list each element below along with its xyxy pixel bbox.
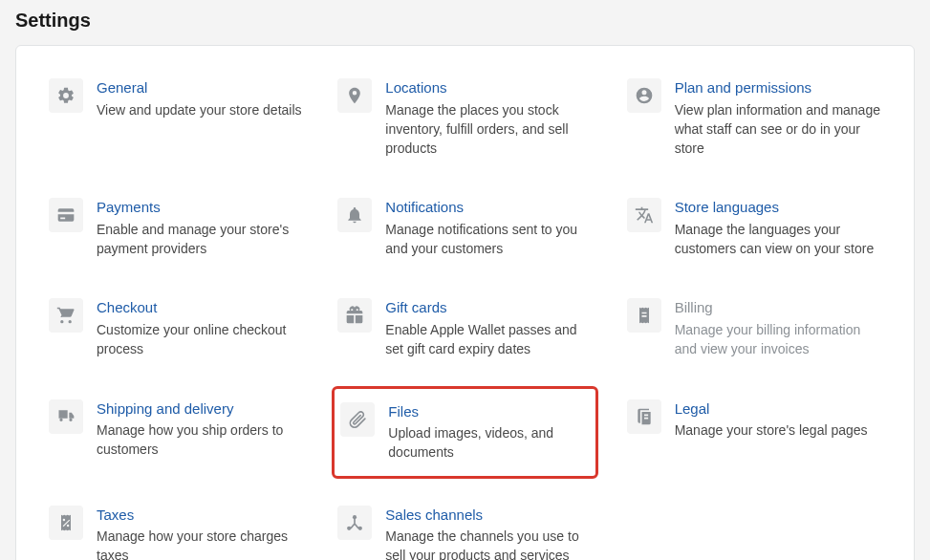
settings-item-payments[interactable]: Payments Enable and manage your store's … <box>43 192 309 264</box>
settings-item-notifications[interactable]: Notifications Manage notifications sent … <box>332 192 597 264</box>
channels-icon <box>337 506 372 540</box>
item-title[interactable]: Store languages <box>675 198 881 217</box>
credit-card-icon <box>49 198 83 232</box>
settings-item-plan[interactable]: Plan and permissions View plan informati… <box>621 73 887 163</box>
bell-icon <box>337 198 372 232</box>
item-desc: Manage your billing information and view… <box>675 320 881 359</box>
item-desc: Customize your online checkout process <box>97 320 303 359</box>
settings-item-legal[interactable]: Legal Manage your store's legal pages <box>621 394 887 471</box>
paperclip-icon <box>340 402 375 437</box>
settings-item-locations[interactable]: Locations Manage the places you stock in… <box>332 73 597 163</box>
item-desc: Manage the channels you use to sell your… <box>385 527 592 560</box>
translate-icon <box>627 198 661 232</box>
settings-item-sales-channels[interactable]: Sales channels Manage the channels you u… <box>332 500 597 560</box>
settings-item-general[interactable]: General View and update your store detai… <box>43 73 309 163</box>
item-desc: Enable and manage your store's payment p… <box>97 220 303 259</box>
item-desc: Manage how you ship orders to customers <box>97 420 303 460</box>
settings-item-shipping[interactable]: Shipping and delivery Manage how you shi… <box>43 394 309 471</box>
settings-grid: General View and update your store detai… <box>43 73 887 560</box>
item-title[interactable]: Locations <box>385 78 592 97</box>
percent-receipt-icon <box>49 506 83 540</box>
item-desc: Manage notifications sent to you and you… <box>385 220 592 259</box>
location-pin-icon <box>337 78 372 113</box>
svg-point-0 <box>353 515 357 519</box>
item-desc: Enable Apple Wallet passes and set gift … <box>385 320 592 359</box>
item-title[interactable]: Shipping and delivery <box>97 399 303 419</box>
item-title[interactable]: Notifications <box>385 198 592 217</box>
settings-item-taxes[interactable]: Taxes Manage how your store charges taxe… <box>43 500 309 560</box>
item-title[interactable]: Legal <box>675 399 881 419</box>
item-title[interactable]: Billing <box>675 298 881 317</box>
gear-icon <box>49 78 83 113</box>
item-title[interactable]: Taxes <box>97 506 303 525</box>
cart-icon <box>49 298 83 333</box>
settings-item-gift-cards[interactable]: Gift cards Enable Apple Wallet passes an… <box>332 292 597 364</box>
settings-item-files[interactable]: Files Upload images, videos, and documen… <box>332 386 597 479</box>
item-desc: Upload images, videos, and documents <box>388 423 589 463</box>
page-title: Settings <box>15 10 915 32</box>
gift-icon <box>337 298 372 333</box>
item-title[interactable]: Files <box>388 402 589 421</box>
item-title[interactable]: General <box>97 78 303 97</box>
user-circle-icon <box>627 78 661 113</box>
item-title[interactable]: Plan and permissions <box>675 78 881 97</box>
item-title[interactable]: Gift cards <box>385 298 592 317</box>
item-desc: View and update your store details <box>97 100 303 119</box>
item-desc: Manage the places you stock inventory, f… <box>385 100 592 159</box>
item-title[interactable]: Payments <box>97 198 303 217</box>
item-desc: View plan information and manage what st… <box>675 100 881 159</box>
receipt-icon <box>627 298 661 333</box>
item-desc: Manage how your store charges taxes <box>97 527 303 560</box>
settings-item-checkout[interactable]: Checkout Customize your online checkout … <box>43 292 309 364</box>
settings-card: General View and update your store detai… <box>15 45 915 560</box>
item-title[interactable]: Sales channels <box>385 506 592 525</box>
item-desc: Manage the languages your customers can … <box>675 220 881 259</box>
settings-item-languages[interactable]: Store languages Manage the languages you… <box>621 192 887 264</box>
truck-icon <box>49 399 83 434</box>
settings-item-billing[interactable]: Billing Manage your billing information … <box>621 292 887 364</box>
scroll-icon <box>627 399 661 434</box>
item-title[interactable]: Checkout <box>97 298 303 317</box>
item-desc: Manage your store's legal pages <box>675 420 881 440</box>
